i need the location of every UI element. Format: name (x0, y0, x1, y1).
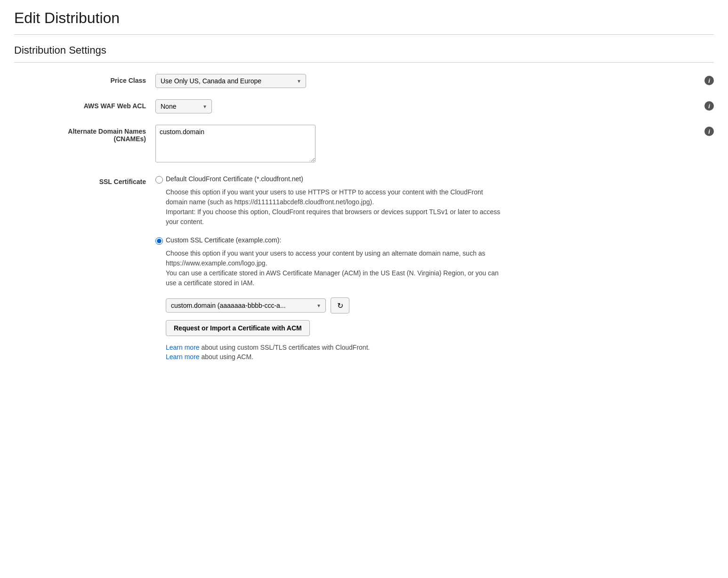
aws-waf-label: AWS WAF Web ACL (14, 99, 155, 110)
ssl-default-description: Choose this option if you want your user… (166, 187, 505, 227)
price-class-content: Use Only US, Canada and Europe Use US, C… (155, 74, 699, 88)
ssl-default-radio-label[interactable]: Default CloudFront Certificate (*.cloudf… (166, 175, 303, 183)
cert-dropdown-row: custom.domain (aaaaaaa-bbbb-ccc-a... ↻ (166, 297, 714, 313)
ssl-custom-radio[interactable] (155, 237, 163, 245)
cnames-field: i (155, 125, 714, 164)
price-class-field: Use Only US, Canada and Europe Use US, C… (155, 74, 714, 88)
aws-waf-content: None (155, 99, 699, 113)
learn-more-acm-link[interactable]: Learn more (166, 353, 200, 361)
acm-request-button[interactable]: Request or Import a Certificate with ACM (166, 320, 310, 336)
ssl-custom-option: Custom SSL Certificate (example.com): (155, 236, 714, 245)
aws-waf-row: AWS WAF Web ACL None i (14, 99, 714, 113)
learn-more-ssl-line: Learn more about using custom SSL/TLS ce… (166, 344, 714, 351)
aws-waf-field: None i (155, 99, 714, 113)
ssl-cert-label: SSL Certificate (14, 175, 155, 185)
cert-select[interactable]: custom.domain (aaaaaaa-bbbb-ccc-a... (166, 298, 326, 313)
price-class-select[interactable]: Use Only US, Canada and Europe Use US, C… (155, 74, 306, 88)
cnames-label: Alternate Domain Names (CNAMEs) (14, 125, 155, 143)
ssl-cert-field: Default CloudFront Certificate (*.cloudf… (155, 175, 714, 362)
learn-more-acm-suffix: about using ACM. (201, 353, 253, 361)
cert-refresh-button[interactable]: ↻ (331, 297, 349, 313)
cert-select-wrapper: custom.domain (aaaaaaa-bbbb-ccc-a... (166, 298, 326, 313)
cnames-row: Alternate Domain Names (CNAMEs) i (14, 125, 714, 164)
aws-waf-info-icon[interactable]: i (704, 101, 714, 111)
price-class-label: Price Class (14, 74, 155, 84)
aws-waf-select-wrapper: None (155, 99, 212, 113)
ssl-custom-radio-label[interactable]: Custom SSL Certificate (example.com): (166, 236, 281, 244)
price-class-info-icon[interactable]: i (704, 76, 714, 85)
price-class-select-wrapper: Use Only US, Canada and Europe Use US, C… (155, 74, 306, 88)
learn-more-acm-line: Learn more about using ACM. (166, 353, 714, 361)
ssl-cert-section: Default CloudFront Certificate (*.cloudf… (155, 175, 714, 362)
price-class-row: Price Class Use Only US, Canada and Euro… (14, 74, 714, 88)
section-title: Distribution Settings (14, 44, 714, 63)
ssl-custom-description: Choose this option if you want your user… (166, 249, 505, 288)
learn-more-links: Learn more about using custom SSL/TLS ce… (166, 344, 714, 361)
cnames-textarea[interactable] (155, 125, 315, 162)
learn-more-ssl-link[interactable]: Learn more (166, 344, 200, 351)
ssl-default-option: Default CloudFront Certificate (*.cloudf… (155, 175, 714, 184)
cnames-content (155, 125, 699, 164)
ssl-cert-row: SSL Certificate Default CloudFront Certi… (14, 175, 714, 362)
page-title: Edit Distribution (14, 9, 714, 35)
cnames-info-icon[interactable]: i (704, 127, 714, 136)
ssl-default-radio[interactable] (155, 176, 163, 184)
learn-more-ssl-suffix: about using custom SSL/TLS certificates … (201, 344, 370, 351)
aws-waf-select[interactable]: None (155, 99, 212, 113)
